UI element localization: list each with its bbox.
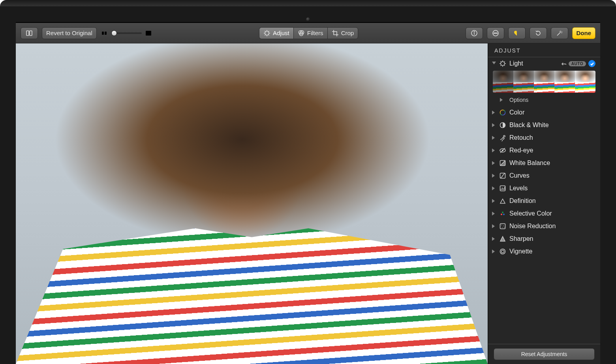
sharpen-icon xyxy=(499,235,506,242)
zoom-in-icon xyxy=(145,30,152,37)
info-button[interactable] xyxy=(466,27,483,39)
mode-crop[interactable]: Crop xyxy=(327,27,359,39)
section-definition[interactable]: Definition xyxy=(488,195,600,207)
mode-filters[interactable]: Filters xyxy=(293,27,327,39)
zoom-out-icon xyxy=(101,30,108,37)
chevron-right-icon xyxy=(492,199,496,203)
white-balance-icon xyxy=(499,159,506,167)
section-sharpen[interactable]: Sharpen xyxy=(488,233,600,245)
section-label: Sharpen xyxy=(509,235,595,242)
definition-icon xyxy=(499,197,506,205)
chevron-right-icon xyxy=(492,250,496,253)
bezel: Revert to Original Adjust xyxy=(0,6,616,364)
section-selective-color[interactable]: Selective Color xyxy=(488,207,600,220)
section-label: Noise Reduction xyxy=(509,223,595,230)
section-label: White Balance xyxy=(509,159,595,167)
section-retouch[interactable]: Retouch xyxy=(488,131,600,144)
section-red-eye[interactable]: Red-eye xyxy=(488,144,600,157)
crop-icon xyxy=(332,30,339,37)
adjust-sections: Light AUTO xyxy=(488,57,600,344)
chevron-right-icon xyxy=(492,174,496,178)
light-thumb[interactable] xyxy=(513,71,534,93)
zoom-track[interactable] xyxy=(111,32,142,34)
retouch-icon xyxy=(499,134,506,141)
chevron-right-icon xyxy=(492,123,496,127)
wand-icon xyxy=(556,30,563,37)
reset-label: Reset Adjustments xyxy=(521,351,567,357)
revert-label: Revert to Original xyxy=(46,30,92,36)
light-icon xyxy=(499,60,506,67)
curves-icon xyxy=(499,172,506,179)
levels-icon xyxy=(499,185,506,192)
auto-button[interactable]: AUTO xyxy=(569,61,586,66)
photo-canvas[interactable] xyxy=(16,43,488,364)
selective-color-icon xyxy=(499,210,506,217)
options-label: Options xyxy=(509,97,528,103)
section-label: Red-eye xyxy=(509,147,595,154)
section-label: Retouch xyxy=(509,134,595,141)
compare-button[interactable] xyxy=(21,27,38,39)
undo-icon[interactable] xyxy=(561,61,566,66)
section-enabled-check[interactable] xyxy=(588,60,595,67)
toolbar: Revert to Original Adjust xyxy=(16,23,600,43)
reset-wrap: Reset Adjustments xyxy=(488,344,600,364)
chevron-right-icon xyxy=(500,98,504,102)
bezel-top xyxy=(0,0,616,6)
section-label: Curves xyxy=(509,172,595,179)
color-icon xyxy=(499,109,506,116)
webcam xyxy=(306,17,310,21)
laptop-frame: Revert to Original Adjust xyxy=(0,0,616,364)
chevron-right-icon xyxy=(492,212,496,216)
revert-button[interactable]: Revert to Original xyxy=(42,27,97,39)
section-label: Black & White xyxy=(509,122,595,129)
more-icon xyxy=(492,30,499,37)
reset-adjustments-button[interactable]: Reset Adjustments xyxy=(494,348,595,360)
mode-segmented-control: Adjust Filters Crop xyxy=(259,27,358,39)
light-preview-strip[interactable] xyxy=(493,71,595,93)
section-label: Definition xyxy=(509,197,595,205)
light-thumb[interactable] xyxy=(493,71,513,93)
favorite-button[interactable] xyxy=(508,27,526,39)
chevron-right-icon xyxy=(492,161,496,165)
section-label: Levels xyxy=(509,185,595,192)
auto-enhance-button[interactable] xyxy=(551,27,568,39)
more-button[interactable] xyxy=(487,27,504,39)
black-white-icon xyxy=(499,122,506,129)
rotate-icon xyxy=(535,30,542,37)
mode-crop-label: Crop xyxy=(341,30,354,36)
chevron-down-icon xyxy=(492,62,496,66)
adjust-sidebar: ADJUST Light AUTO xyxy=(488,43,600,364)
section-white-balance[interactable]: White Balance xyxy=(488,157,600,169)
zoom-thumb[interactable] xyxy=(111,30,117,36)
done-label: Done xyxy=(577,30,592,36)
info-icon xyxy=(471,30,478,37)
section-label: Vignette xyxy=(509,248,595,255)
section-black-white[interactable]: Black & White xyxy=(488,119,600,131)
section-label: Selective Color xyxy=(509,210,595,217)
mode-adjust[interactable]: Adjust xyxy=(259,27,293,39)
done-button[interactable]: Done xyxy=(572,27,596,39)
section-levels[interactable]: Levels xyxy=(488,182,600,195)
workspace: ADJUST Light AUTO xyxy=(16,43,600,364)
chevron-right-icon xyxy=(492,111,496,114)
section-color[interactable]: Color xyxy=(488,106,600,119)
heart-icon xyxy=(513,30,520,37)
section-vignette[interactable]: Vignette xyxy=(488,245,600,258)
light-thumb[interactable] xyxy=(554,71,575,93)
zoom-slider[interactable] xyxy=(101,30,152,37)
light-thumb[interactable] xyxy=(575,71,595,93)
section-noise-reduction[interactable]: Noise Reduction xyxy=(488,220,600,233)
rotate-button[interactable] xyxy=(530,27,547,39)
chevron-right-icon xyxy=(492,136,496,140)
sidebar-title: ADJUST xyxy=(488,43,600,57)
section-light[interactable]: Light AUTO xyxy=(488,57,600,70)
light-options[interactable]: Options xyxy=(488,95,600,106)
light-thumb[interactable] xyxy=(534,71,554,93)
noise-reduction-icon xyxy=(499,223,506,230)
section-light-label: Light xyxy=(509,60,558,67)
chevron-right-icon xyxy=(492,148,496,152)
section-curves[interactable]: Curves xyxy=(488,169,600,182)
filters-icon xyxy=(298,30,305,37)
mode-adjust-label: Adjust xyxy=(273,30,289,36)
chevron-right-icon xyxy=(492,237,496,241)
